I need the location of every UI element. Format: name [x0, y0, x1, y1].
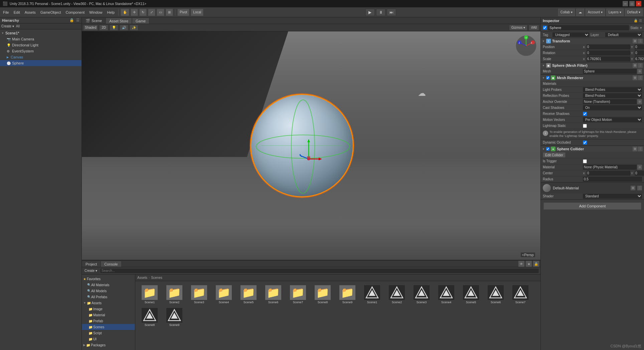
shaded-dropdown[interactable]: Shaded — [83, 25, 98, 31]
lights-button[interactable]: 💡 — [110, 25, 118, 31]
material-overflow[interactable]: ⋮ — [637, 186, 642, 190]
cast-shadows-dropdown[interactable]: On — [583, 105, 642, 110]
sidebar-packages[interactable]: ▶ 📁 Packages — [82, 342, 135, 348]
mesh-renderer-enabled[interactable] — [546, 76, 549, 79]
project-search-input[interactable] — [100, 268, 539, 274]
sphere-collider-header[interactable]: ▼ ● Sphere Collider ⚙ ⋮ — [541, 146, 644, 152]
light-probes-dropdown[interactable]: Blend Probes — [583, 87, 642, 92]
menu-help[interactable]: Help — [105, 10, 116, 14]
inspector-lock-button[interactable]: 🔒 — [634, 19, 638, 22]
file-scene8-folder[interactable]: 📁 Scene8 — [311, 284, 334, 305]
scene-view[interactable]: X Y Z <Persp ☁ — [82, 31, 540, 260]
shader-dropdown[interactable]: Standard — [583, 194, 642, 199]
mesh-filter-header[interactable]: ▼ ▣ Sphere (Mesh Filter) ⚙ ⋮ — [541, 62, 644, 68]
dynamic-occluded-checkbox[interactable] — [583, 141, 587, 145]
step-button[interactable]: ⏭ — [387, 9, 396, 16]
sidebar-all-models[interactable]: 🔍 All Models — [82, 288, 135, 294]
menu-window[interactable]: Window — [88, 10, 104, 14]
object-active-checkbox[interactable] — [543, 26, 547, 30]
file-scene2-folder[interactable]: 📁 Scene2 — [163, 284, 186, 305]
file-scene3-folder[interactable]: 📁 Scene3 — [187, 284, 211, 305]
inspector-menu-button[interactable]: ☰ — [639, 19, 642, 22]
hand-tool[interactable]: ✋ — [121, 9, 129, 16]
2d-button[interactable]: 2D — [99, 25, 108, 31]
sphere-collider-overflow[interactable]: ⋮ — [638, 147, 643, 151]
file-scene1-folder[interactable]: 📁 Scene1 — [138, 284, 161, 305]
material-settings[interactable]: ⚙ — [631, 186, 635, 190]
center-y-field[interactable] — [635, 171, 644, 176]
menu-assets[interactable]: Assets — [23, 10, 37, 14]
file-scene7-folder[interactable]: 📁 Scene7 — [286, 284, 310, 305]
sidebar-prefab[interactable]: 📁 Prefab — [82, 318, 135, 324]
breadcrumb-assets[interactable]: Assets — [137, 276, 147, 280]
console-tab[interactable]: Console — [101, 261, 121, 267]
position-y-field[interactable] — [635, 44, 644, 49]
file-scene7[interactable]: Scene7 — [509, 284, 532, 305]
file-scene4[interactable]: Scene4 — [435, 284, 458, 305]
rotate-tool[interactable]: ↻ — [139, 9, 147, 16]
file-scene5[interactable]: Scene5 — [459, 284, 483, 305]
hierarchy-item-sphere[interactable]: ⚪ Sphere — [0, 60, 82, 66]
lock-icon[interactable]: 🔒 — [69, 18, 74, 22]
account-button[interactable]: Account ▾ — [586, 9, 605, 16]
menu-component[interactable]: Component — [64, 10, 86, 14]
object-name-field[interactable] — [548, 25, 629, 30]
file-scene3[interactable]: Scene3 — [410, 284, 433, 305]
add-component-button[interactable]: Add Component — [543, 202, 641, 210]
close-button[interactable]: ✕ — [636, 1, 641, 6]
all-scenes-button[interactable]: #All — [529, 25, 539, 31]
transform-header[interactable]: ▼ T Transform ⚙ ⋮ — [541, 38, 644, 44]
hierarchy-item-camera[interactable]: 📷 Main Camera — [0, 36, 82, 42]
hierarchy-item-canvas[interactable]: ▶ Canvas — [0, 54, 82, 60]
transform-tool[interactable]: ⊞ — [166, 9, 173, 16]
asset-store-tab[interactable]: Asset Store — [106, 18, 132, 24]
breadcrumb-scenes[interactable]: Scenes — [151, 276, 162, 280]
audio-button[interactable]: 🔊 — [120, 25, 128, 31]
layer-dropdown[interactable]: Default — [605, 32, 642, 37]
transform-settings-btn[interactable]: ⚙ — [633, 39, 637, 43]
motion-vectors-dropdown[interactable]: Per Object Motion — [583, 117, 642, 122]
anchor-override-field[interactable] — [583, 99, 637, 104]
sphere-collider-enabled[interactable] — [546, 147, 549, 151]
reflection-probes-dropdown[interactable]: Blend Probes — [583, 93, 642, 98]
is-trigger-checkbox[interactable] — [583, 159, 587, 163]
position-x-field[interactable] — [587, 44, 630, 49]
file-scene6[interactable]: Scene6 — [484, 284, 507, 305]
file-scene6-folder[interactable]: 📁 Scene6 — [262, 284, 285, 305]
mesh-filter-overflow[interactable]: ⋮ — [638, 63, 643, 68]
pause-button[interactable]: ⏸ — [376, 9, 385, 16]
menu-file[interactable]: File — [1, 10, 11, 14]
sidebar-assets[interactable]: ▼ 📁 Assets — [82, 300, 135, 306]
tag-dropdown[interactable]: Untagged — [552, 32, 589, 37]
lightmap-static-checkbox[interactable] — [583, 124, 587, 128]
file-scene9[interactable]: Scene9 — [163, 307, 186, 328]
all-button[interactable]: All — [16, 24, 20, 28]
project-star-button[interactable]: ★ — [526, 261, 532, 267]
mesh-filter-settings[interactable]: ⚙ — [633, 63, 637, 68]
sidebar-all-materials[interactable]: 🔍 All Materials — [82, 282, 135, 288]
file-scene1[interactable]: Scene1 — [360, 284, 384, 305]
rect-tool[interactable]: ▭ — [157, 9, 164, 16]
scale-tool[interactable]: ⤢ — [148, 9, 155, 16]
mesh-renderer-overflow[interactable]: ⋮ — [638, 75, 643, 80]
layers-button[interactable]: Layers ▾ — [606, 9, 624, 16]
project-eye-button[interactable]: 👁 — [518, 261, 524, 267]
sidebar-script[interactable]: 📁 Script — [82, 330, 135, 336]
rotation-x-field[interactable] — [587, 50, 630, 55]
menu-edit[interactable]: Edit — [12, 10, 22, 14]
project-tab[interactable]: Project — [82, 261, 101, 267]
collider-material-field[interactable] — [583, 165, 637, 170]
static-dropdown[interactable]: ▾ — [640, 26, 642, 30]
collab-button[interactable]: Collab ▾ — [558, 9, 575, 16]
mesh-field[interactable] — [583, 69, 637, 74]
game-tab[interactable]: Game — [132, 18, 149, 24]
anchor-select-btn[interactable]: ⊙ — [637, 99, 642, 104]
sidebar-material[interactable]: 📁 Material — [82, 312, 135, 318]
edit-collider-button[interactable]: Edit Collider — [543, 152, 566, 158]
file-scene9-folder[interactable]: 📁 Scene9 — [336, 284, 359, 305]
file-scene4-folder[interactable]: 📁 Scene4 — [212, 284, 235, 305]
sidebar-image[interactable]: 📁 Image — [82, 306, 135, 312]
file-scene5-folder[interactable]: 📁 Scene5 — [237, 284, 260, 305]
hierarchy-menu-icon[interactable]: ☰ — [76, 18, 79, 22]
move-tool[interactable]: ✛ — [131, 9, 138, 16]
